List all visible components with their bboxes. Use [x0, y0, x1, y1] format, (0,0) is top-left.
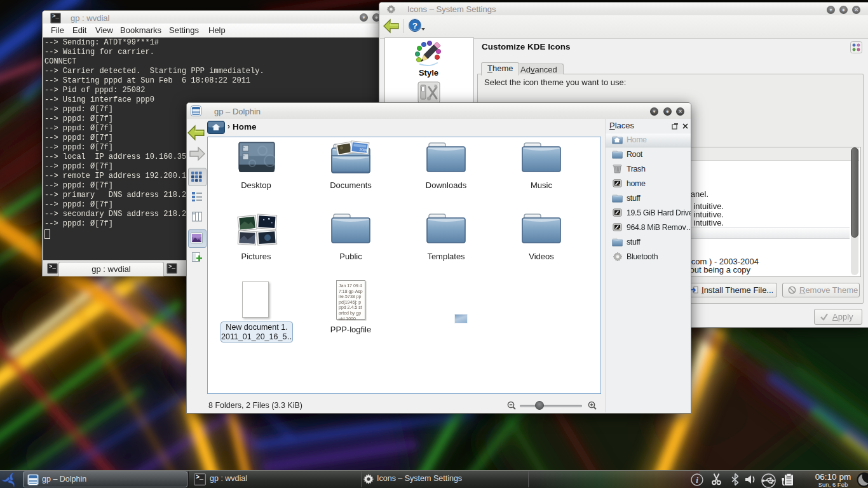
- svg-text:?: ?: [412, 21, 417, 30]
- svg-text:i: i: [696, 475, 698, 485]
